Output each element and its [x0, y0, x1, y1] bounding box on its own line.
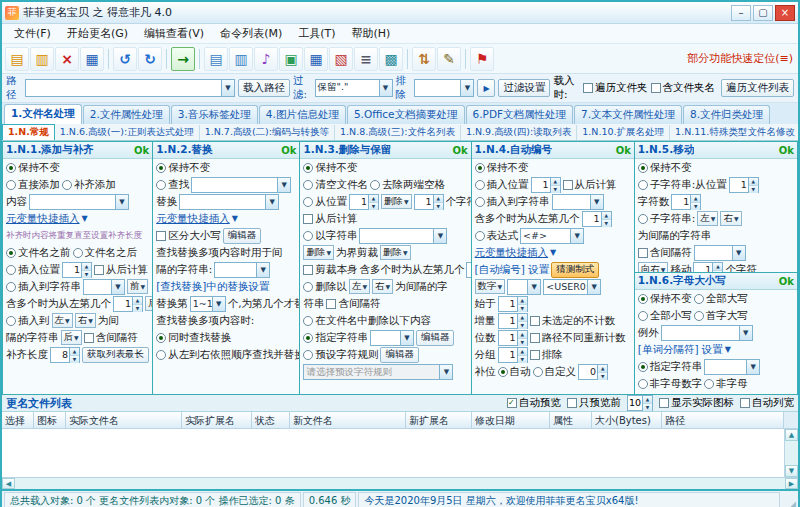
radio-option[interactable]: 从位置	[303, 195, 347, 209]
close-button[interactable]: ×	[775, 5, 795, 21]
mini-dropdown[interactable]: 前▼	[127, 279, 148, 294]
chevron-down-icon[interactable]: ▼	[111, 280, 124, 294]
spin-up-icon[interactable]: ▲	[691, 195, 700, 202]
chevron-down-icon[interactable]: ▼	[115, 195, 128, 209]
chevron-down-icon[interactable]: ▼	[590, 195, 603, 209]
number-spinner[interactable]: 1▲▼	[498, 330, 528, 346]
tab-main-5[interactable]: 5.Office文档摘要处理	[347, 105, 465, 124]
radio-option[interactable]: 自定义	[533, 365, 577, 379]
execute-rename-button[interactable]: →	[171, 47, 195, 71]
radio-option[interactable]: 插入位置	[6, 263, 60, 277]
spin-down-icon[interactable]: ▼	[70, 355, 79, 363]
horizontal-scroll-track[interactable]	[15, 478, 785, 489]
checkbox-option[interactable]: 从后计算	[94, 263, 148, 277]
chevron-down-icon[interactable]: ▼	[739, 326, 752, 340]
filename-panel-button[interactable]: ▤	[204, 47, 228, 71]
combo-box[interactable]: ▼	[191, 177, 291, 193]
clear-list-button[interactable]: ×	[55, 47, 79, 71]
music-tag-panel-button[interactable]: ♪	[254, 47, 278, 71]
button[interactable]: 获取列表最长	[82, 347, 149, 363]
radio-option[interactable]: 保持不变	[156, 161, 210, 175]
checkbox-option[interactable]: 含间隔符	[326, 297, 380, 311]
spin-down-icon[interactable]: ▼	[82, 270, 91, 278]
spin-up-icon[interactable]: ▲	[369, 195, 378, 202]
number-spinner[interactable]: 0▲▼	[578, 364, 608, 380]
column-header[interactable]: 路径	[662, 412, 784, 428]
spin-up-icon[interactable]: ▲	[70, 348, 79, 355]
combo-box[interactable]: ▼	[694, 245, 746, 261]
spin-up-icon[interactable]: ▲	[643, 396, 652, 403]
tab-sub-1[interactable]: 1.N.常规	[2, 124, 55, 141]
radio-option[interactable]: 子字符串:从位置	[638, 178, 727, 192]
radio-option[interactable]: 首字大写	[694, 309, 748, 323]
auto-column-width-checkbox[interactable]: 自动列宽	[740, 396, 794, 410]
chevron-down-icon[interactable]: ▼	[527, 280, 540, 294]
show-real-icons-checkbox[interactable]: 显示实际图标	[659, 396, 734, 410]
radio-option[interactable]: 指定字符串	[638, 360, 703, 374]
radio-option[interactable]: 直接添加	[6, 178, 60, 192]
radio-option[interactable]: 在文件名中删除以下内容	[303, 314, 431, 328]
chevron-down-icon[interactable]: ▼	[460, 80, 473, 96]
button[interactable]: 编辑器	[223, 228, 262, 244]
spin-up-icon[interactable]: ▲	[749, 178, 758, 185]
chevron-down-icon[interactable]: ▼	[732, 246, 745, 260]
chevron-down-icon[interactable]: ▼	[379, 80, 392, 96]
number-spinner[interactable]: 1▲▼	[414, 194, 444, 210]
chevron-down-icon[interactable]: ▼	[433, 229, 446, 243]
spin-up-icon[interactable]: ▲	[551, 178, 560, 185]
load-files-button[interactable]: ▤	[5, 47, 29, 71]
combo-box[interactable]: ▼	[507, 279, 541, 295]
spin-up-icon[interactable]: ▲	[602, 212, 611, 219]
combo-box[interactable]: <USER0>▼	[543, 279, 601, 295]
spin-up-icon[interactable]: ▲	[434, 195, 443, 202]
checkbox-option[interactable]: 未选定的不计数	[530, 314, 616, 328]
number-spinner[interactable]: 8▲▼	[50, 347, 80, 363]
attribute-panel-button[interactable]: ▥	[229, 47, 253, 71]
button[interactable]: 编辑器	[380, 347, 419, 363]
mini-dropdown[interactable]: 后▼	[61, 330, 82, 345]
tab-sub-5[interactable]: 1.N.9.高级(四):读取列表	[461, 125, 577, 140]
radio-option[interactable]: 非字母	[704, 377, 748, 391]
radio-option[interactable]: 插入到	[6, 314, 50, 328]
combo-box[interactable]: 请选择预设字符规则▼	[303, 364, 453, 380]
chevron-down-icon[interactable]: ▼	[265, 195, 278, 209]
mini-dropdown[interactable]: 左▼	[349, 279, 370, 294]
radio-option[interactable]: 文件名之前	[6, 246, 71, 260]
combo-box[interactable]: 1~1▼	[190, 296, 226, 312]
number-spinner[interactable]: 1▲▼	[349, 194, 379, 210]
tab-main-2[interactable]: 2.文件属性处理	[83, 105, 170, 124]
mini-dropdown[interactable]: 右▼	[720, 211, 741, 226]
spin-down-icon[interactable]: ▼	[749, 185, 758, 193]
classify-panel-button[interactable]: ▩	[379, 47, 403, 71]
mini-dropdown[interactable]: 删除▼	[303, 245, 334, 260]
menu-item-2[interactable]: 开始更名(G)	[59, 24, 136, 43]
combo-box[interactable]: ▼	[661, 325, 753, 341]
meta-variable-insert-link[interactable]: 元变量快捷插入	[475, 246, 549, 260]
spin-up-icon[interactable]: ▲	[518, 314, 527, 321]
combo-box[interactable]: ▼	[83, 279, 125, 295]
number-spinner[interactable]: 1▲▼	[498, 296, 528, 312]
checkbox-option[interactable]: 含间隔符	[84, 331, 138, 345]
spin-down-icon[interactable]: ▼	[434, 202, 443, 210]
maximize-button[interactable]: ▢	[753, 5, 773, 21]
radio-option[interactable]: 以字符串	[303, 229, 357, 243]
open-folder-button[interactable]: ▥	[30, 47, 54, 71]
ok-indicator[interactable]: Ok	[134, 145, 149, 156]
filter-button[interactable]: ⇅	[412, 47, 436, 71]
tab-main-3[interactable]: 3.音乐标签处理	[171, 105, 258, 124]
mini-dropdown[interactable]: 删除▼	[381, 194, 412, 209]
radio-option[interactable]: 补齐添加	[62, 178, 116, 192]
column-header[interactable]: 实际文件名	[66, 412, 182, 428]
office-doc-panel-button[interactable]: ▦	[304, 47, 328, 71]
menu-item-4[interactable]: 命令列表(M)	[212, 24, 290, 43]
apply-filter-button[interactable]: ▶	[477, 79, 495, 97]
combo-box[interactable]: <#>▼	[520, 228, 584, 244]
spin-down-icon[interactable]: ▼	[518, 355, 527, 363]
image-info-panel-button[interactable]: ▣	[279, 47, 303, 71]
spin-down-icon[interactable]: ▼	[133, 304, 142, 312]
mini-dropdown[interactable]: 后▼	[145, 296, 152, 311]
column-header[interactable]: 实际扩展名	[182, 412, 252, 428]
file-list-area[interactable]	[2, 429, 784, 477]
meta-variable-insert-link[interactable]: 元变量快捷插入	[6, 212, 80, 226]
button[interactable]: 猜测制式	[551, 262, 599, 278]
